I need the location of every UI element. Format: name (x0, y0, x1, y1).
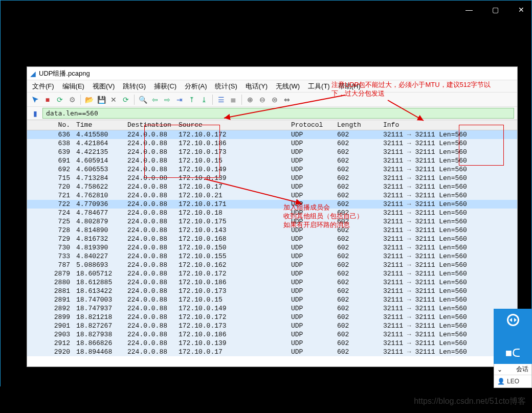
col-time[interactable]: Time (73, 121, 124, 129)
menu-analyze[interactable]: 分析(A) (182, 81, 210, 92)
chat-panel: ⌄ 会话 👤 LEO (494, 364, 532, 388)
table-row[interactable]: 6914.605914224.0.0.88172.10.0.15UDP60232… (27, 156, 517, 165)
resize-columns-icon[interactable]: ⇔ (282, 95, 292, 105)
chat-title: 会话 (516, 365, 528, 374)
table-row[interactable]: 288018.612885224.0.0.88172.10.0.186UDP60… (27, 278, 517, 287)
find-icon[interactable]: 🔍 (138, 95, 148, 105)
table-row[interactable]: 289218.747937224.0.0.88172.10.0.149UDP60… (27, 304, 517, 313)
go-forward-icon[interactable]: ⇨ (162, 95, 172, 105)
go-to-packet-icon[interactable]: ⇥ (174, 95, 185, 105)
menu-wireless[interactable]: 无线(W) (273, 81, 303, 92)
separator (80, 95, 81, 105)
teamviewer-icon[interactable] (506, 313, 520, 330)
separator (241, 95, 242, 105)
table-row[interactable]: 7154.713284224.0.0.88172.10.0.139UDP6023… (27, 174, 517, 182)
table-row[interactable]: 6384.421864224.0.0.88172.10.0.186UDP6023… (27, 139, 517, 148)
stop-capture-icon[interactable]: ■ (42, 95, 53, 105)
table-row[interactable]: 289118.747003224.0.0.88172.10.0.15UDP602… (27, 295, 517, 304)
table-row[interactable]: 7334.840227224.0.0.88172.10.0.155UDP6023… (27, 252, 517, 261)
wireshark-titlebar: ◢ UDP组播.pcapng (27, 67, 517, 80)
table-row[interactable]: 7244.784677224.0.0.88172.10.0.18UDP60232… (27, 209, 517, 217)
col-proto[interactable]: Protocol (288, 121, 334, 129)
save-icon[interactable]: 💾 (96, 95, 106, 105)
restart-capture-icon[interactable]: ⟳ (55, 95, 65, 105)
table-row[interactable]: 290318.827938224.0.0.88172.10.0.186UDP60… (27, 330, 517, 339)
table-row[interactable]: 290118.827267224.0.0.88172.10.0.173UDP60… (27, 322, 517, 330)
separator (134, 95, 135, 105)
table-row[interactable]: 289918.821218224.0.0.88172.10.0.172UDP60… (27, 313, 517, 322)
colorize-icon[interactable]: ≣ (228, 95, 238, 105)
packet-list: No. Time Destination Source Protocol Len… (27, 120, 517, 366)
separator (212, 95, 213, 105)
table-row[interactable]: 7875.088693224.0.0.88172.10.0.162UDP6023… (27, 261, 517, 269)
side-panel: ■ᑕ ⌄ 会话 👤 LEO (494, 309, 532, 388)
side-panel-blue[interactable]: ■ᑕ (494, 309, 532, 364)
menu-go[interactable]: 跳转(G) (120, 81, 149, 92)
go-back-icon[interactable]: ⇦ (150, 95, 160, 105)
chat-username: LEO (507, 378, 519, 385)
table-row[interactable]: 7224.770936224.0.0.88172.10.0.171UDP6023… (27, 200, 517, 209)
menu-capture[interactable]: 捕获(C) (151, 81, 180, 92)
maximize-button[interactable]: ▢ (487, 4, 504, 16)
chat-chevron-icon[interactable]: ⌄ (497, 366, 502, 373)
table-row[interactable]: 291218.866826224.0.0.88172.10.0.139UDP60… (27, 339, 517, 348)
menu-telephony[interactable]: 电话(Y) (242, 81, 271, 92)
table-row[interactable]: 287918.605712224.0.0.88172.10.0.172UDP60… (27, 269, 517, 278)
menu-help[interactable]: 帮助(H) (335, 81, 364, 92)
table-row[interactable]: 7254.802879224.0.0.88172.10.0.175UDP6023… (27, 217, 517, 226)
menu-file[interactable]: 文件(F) (29, 81, 57, 92)
table-row[interactable]: 7294.816732224.0.0.88172.10.0.168UDP6023… (27, 235, 517, 243)
window-title: UDP组播.pcapng (39, 69, 90, 78)
minimize-button[interactable]: — (460, 4, 478, 16)
menu-bar: 文件(F) 编辑(E) 视图(V) 跳转(G) 捕获(C) 分析(A) 统计(S… (27, 80, 517, 93)
first-packet-icon[interactable]: ⤒ (187, 95, 197, 105)
col-dest[interactable]: Destination (124, 121, 175, 129)
outer-titlebar: — ▢ ✕ (1, 1, 531, 19)
menu-stats[interactable]: 统计(S) (212, 81, 240, 92)
filter-bookmark-icon[interactable]: ▮ (30, 108, 40, 119)
table-row[interactable]: 7204.758622224.0.0.88172.10.0.17UDP60232… (27, 182, 517, 191)
last-packet-icon[interactable]: ⤓ (199, 95, 209, 105)
app-icon: ◢ (30, 70, 36, 78)
watermark: https://blog.csdn.net/51cto博客 (414, 396, 526, 407)
table-row[interactable]: 288118.613422224.0.0.88172.10.0.173UDP60… (27, 287, 517, 295)
table-row[interactable]: 292018.894468224.0.0.88172.10.0.17UDP602… (27, 348, 517, 356)
chat-header[interactable]: ⌄ 会话 (494, 364, 531, 375)
menu-view[interactable]: 视图(V) (90, 81, 118, 92)
video-icon[interactable]: ■ᑕ (505, 347, 520, 360)
zoom-reset-icon[interactable]: ⊜ (270, 95, 280, 105)
chat-user-row[interactable]: 👤 LEO (494, 375, 531, 387)
filter-bar: ▮ (27, 107, 517, 120)
wireshark-window: ◢ UDP组播.pcapng 文件(F) 编辑(E) 视图(V) 跳转(G) 捕… (27, 66, 518, 367)
menu-tools[interactable]: 工具(T) (305, 81, 333, 92)
display-filter-input[interactable] (42, 108, 514, 119)
zoom-out-icon[interactable]: ⊖ (257, 95, 268, 105)
auto-scroll-icon[interactable]: ☰ (216, 95, 226, 105)
table-row[interactable]: 7284.814890224.0.0.88172.10.0.143UDP6023… (27, 226, 517, 235)
options-icon[interactable]: ⚙ (67, 95, 77, 105)
start-capture-icon[interactable] (30, 95, 40, 105)
user-avatar-icon: 👤 (497, 378, 505, 385)
col-src[interactable]: Source (175, 121, 288, 129)
packet-rows[interactable]: 6364.415580224.0.0.88172.10.0.172UDP6023… (27, 130, 517, 366)
menu-edit[interactable]: 编辑(E) (59, 81, 87, 92)
packet-list-header[interactable]: No. Time Destination Source Protocol Len… (27, 120, 517, 130)
open-icon[interactable]: 📂 (84, 95, 94, 105)
table-row[interactable]: 6394.422135224.0.0.88172.10.0.173UDP6023… (27, 148, 517, 156)
col-info[interactable]: Info (380, 121, 517, 129)
table-row[interactable]: 6364.415580224.0.0.88172.10.0.172UDP6023… (27, 130, 517, 139)
table-row[interactable]: 6924.606553224.0.0.88172.10.0.149UDP6023… (27, 165, 517, 174)
table-row[interactable]: 7304.819390224.0.0.88172.10.0.150UDP6023… (27, 243, 517, 252)
zoom-in-icon[interactable]: ⊕ (245, 95, 255, 105)
close-file-icon[interactable]: ✕ (108, 95, 119, 105)
toolbar: ■ ⟳ ⚙ 📂 💾 ✕ ⟳ 🔍 ⇦ ⇨ ⇥ ⤒ ⤓ ☰ ≣ ⊕ ⊖ ⊜ ⇔ (27, 93, 517, 107)
reload-icon[interactable]: ⟳ (121, 95, 131, 105)
close-button[interactable]: ✕ (513, 4, 529, 16)
col-no[interactable]: No. (27, 121, 73, 129)
table-row[interactable]: 7214.762810224.0.0.88172.10.0.21UDP60232… (27, 191, 517, 200)
col-len[interactable]: Length (334, 121, 380, 129)
